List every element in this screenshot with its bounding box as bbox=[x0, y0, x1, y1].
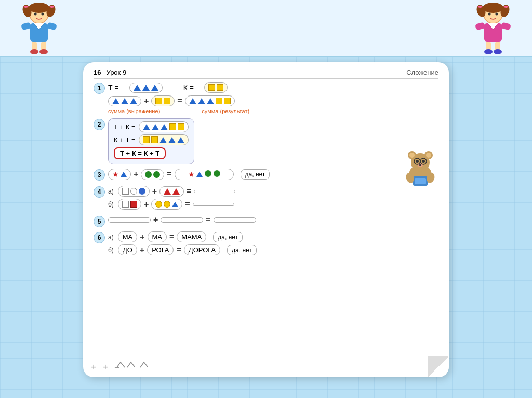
ex2-result: Т + К = К + Т bbox=[114, 147, 166, 159]
svg-rect-20 bbox=[475, 22, 485, 30]
ex5-right-ans[interactable] bbox=[214, 217, 256, 223]
tr1 bbox=[164, 188, 171, 195]
t2 bbox=[121, 98, 128, 104]
t5 bbox=[168, 137, 176, 143]
exercise-6: 6 а) МА + МА = МАМА да, нет б) ДО + РОГА… bbox=[94, 231, 438, 257]
ex1-content: Т = К = + bbox=[108, 82, 438, 114]
sq4 bbox=[164, 98, 170, 104]
s3 bbox=[143, 136, 150, 143]
exercise-2: 2 Т + К = К + Т = bbox=[94, 118, 438, 164]
char-left bbox=[16, 3, 62, 62]
s2 bbox=[178, 123, 184, 130]
ex4a-answer[interactable] bbox=[194, 190, 235, 193]
tri1 bbox=[134, 85, 141, 91]
ex6b-word2: РОГА bbox=[147, 244, 174, 255]
sum-label2: сумма (результат) bbox=[202, 108, 249, 114]
ex6a-result: МАМА bbox=[177, 231, 206, 242]
bear-icon bbox=[404, 148, 437, 193]
ex6b-yesno[interactable]: да, нет bbox=[227, 245, 257, 255]
sq2 bbox=[217, 84, 223, 91]
nav-plus2: + bbox=[103, 362, 109, 373]
ex1-sum-right bbox=[185, 95, 235, 106]
ex6b-row: б) ДО + РОГА = ДОРОГА да, нет bbox=[108, 244, 438, 255]
ex2-shapes2 bbox=[139, 134, 189, 145]
ex6a-word2: МА bbox=[148, 231, 167, 242]
eq3: = bbox=[167, 170, 171, 179]
ex2-box: Т + К = К + Т = bbox=[108, 118, 194, 164]
ex4b-answer[interactable] bbox=[193, 203, 234, 206]
ex2-row3: Т + К = К + Т bbox=[114, 147, 189, 159]
ex2-number: 2 bbox=[94, 119, 105, 130]
top-bar bbox=[0, 0, 532, 57]
ex2-label1: Т + К = bbox=[114, 123, 136, 131]
eq4a: = bbox=[187, 187, 191, 196]
tr6 bbox=[207, 98, 214, 104]
svg-point-32 bbox=[416, 160, 419, 163]
sq5 bbox=[216, 98, 222, 104]
sq3 bbox=[155, 98, 162, 104]
svg-rect-8 bbox=[47, 22, 57, 30]
ex5-left-ans[interactable] bbox=[108, 217, 151, 223]
ex2-content: Т + К = К + Т = bbox=[108, 118, 438, 164]
main-card: 16 Урок 9 Сложение bbox=[83, 62, 449, 377]
s1 bbox=[169, 123, 176, 130]
ex5-row: + = bbox=[108, 215, 438, 225]
ex3-mid bbox=[141, 169, 164, 180]
ex2-row1: Т + К = bbox=[114, 121, 189, 132]
page-header: 16 Урок 9 Сложение bbox=[94, 68, 438, 79]
ex6a-yesno[interactable]: да, нет bbox=[213, 232, 243, 242]
t1 bbox=[143, 124, 150, 130]
eq6b: = bbox=[176, 245, 181, 255]
ex5-number: 5 bbox=[94, 216, 105, 227]
star1: ★ bbox=[112, 171, 119, 178]
ex1-sum-labels: сумма (выражение) сумма (результат) bbox=[108, 108, 438, 114]
ex3-yesno[interactable]: да, нет bbox=[241, 169, 270, 180]
ex4-content: а) + = б) bbox=[108, 186, 438, 211]
svg-point-5 bbox=[42, 13, 44, 16]
plus3: + bbox=[134, 170, 138, 179]
ex4b-mid bbox=[151, 199, 182, 210]
sr1 bbox=[130, 201, 137, 208]
ex4b-label: б) bbox=[108, 201, 114, 208]
sq1 bbox=[208, 84, 215, 91]
ex3-answer: ★ bbox=[175, 169, 234, 180]
ex4b-row: б) + = bbox=[108, 199, 438, 210]
cy2 bbox=[164, 201, 170, 208]
ex3-row: ★ + = ★ да, нет bbox=[108, 169, 438, 180]
cw1 bbox=[130, 188, 137, 195]
eq6a: = bbox=[169, 232, 174, 242]
ex3-left: ★ bbox=[108, 169, 131, 180]
svg-point-24 bbox=[484, 49, 493, 54]
plus6a: + bbox=[140, 232, 144, 242]
ex2-shapes1 bbox=[139, 121, 189, 132]
svg-point-35 bbox=[419, 164, 421, 166]
sw2 bbox=[122, 201, 129, 208]
exercise-4: 4 а) + = б) bbox=[94, 186, 438, 211]
plus4a: + bbox=[152, 187, 157, 196]
equals1: = bbox=[177, 97, 182, 106]
plus6b: + bbox=[140, 245, 144, 255]
svg-point-29 bbox=[409, 153, 415, 158]
cb1 bbox=[139, 188, 145, 195]
ex4a-mid bbox=[159, 186, 184, 197]
sq6 bbox=[224, 98, 231, 104]
sum-label1: сумма (выражение) bbox=[108, 108, 160, 114]
ex4-number: 4 bbox=[94, 186, 105, 198]
svg-rect-7 bbox=[21, 22, 31, 30]
ex2-row2: К + Т = bbox=[114, 134, 189, 145]
ex1-sum-left bbox=[108, 96, 141, 106]
cg3 bbox=[205, 170, 211, 177]
svg-rect-21 bbox=[501, 22, 511, 30]
t3 bbox=[161, 124, 168, 130]
ex5-mid-ans[interactable] bbox=[161, 217, 203, 223]
tri-sm2 bbox=[196, 172, 203, 177]
svg-point-1 bbox=[29, 3, 49, 13]
svg-point-17 bbox=[488, 13, 491, 16]
checkmarks bbox=[114, 360, 156, 372]
cy1 bbox=[155, 201, 162, 208]
svg-point-14 bbox=[483, 3, 503, 13]
ex6b-result: ДОРОГА bbox=[184, 244, 220, 255]
svg-point-31 bbox=[426, 153, 431, 158]
ex6a-label: а) bbox=[108, 234, 114, 241]
svg-point-18 bbox=[496, 13, 498, 16]
